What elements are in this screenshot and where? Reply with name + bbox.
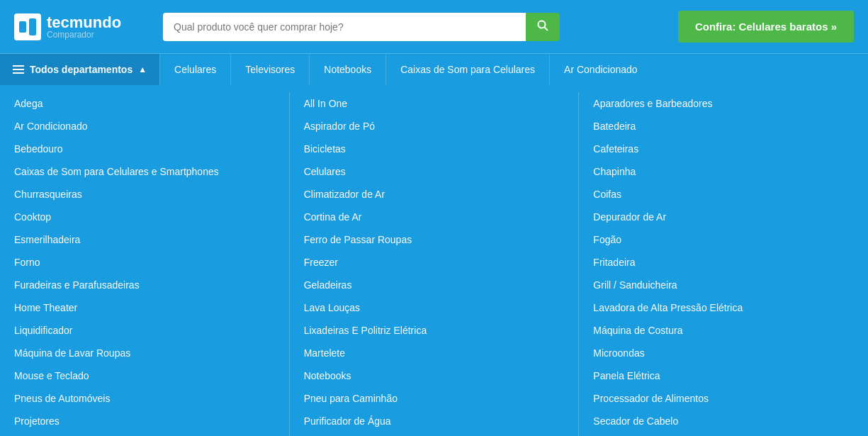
dropdown-item[interactable]: Liquidificador xyxy=(0,319,289,342)
nav-item-televisores[interactable]: Televisores xyxy=(230,54,309,85)
dropdown-item[interactable]: Freezer xyxy=(290,251,579,274)
dropdown-item[interactable]: Purificador de Água xyxy=(290,410,579,432)
logo-text: tecmundo Comparador xyxy=(47,15,121,39)
dropdown-item[interactable]: Esmerilhadeira xyxy=(0,228,289,251)
dropdown-item[interactable]: Secador de Cabelo xyxy=(579,410,868,432)
dropdown-item[interactable]: Notebooks xyxy=(290,364,579,387)
dropdown-item[interactable]: Batedeira xyxy=(579,115,868,138)
all-departments-button[interactable]: Todos departamentos ▲ xyxy=(0,54,159,85)
navbar: Todos departamentos ▲ Celulares Televiso… xyxy=(0,53,868,85)
logo-main: tecmundo xyxy=(47,15,121,30)
dropdown-item[interactable]: Máquina de Lavar Roupas xyxy=(0,342,289,364)
dropdown-item[interactable]: Forno xyxy=(0,251,289,274)
dropdown-item[interactable]: Cafeteiras xyxy=(579,138,868,160)
svg-line-4 xyxy=(545,27,548,30)
header: tecmundo Comparador Confira: Celulares b… xyxy=(0,0,868,53)
dropdown-item[interactable]: Pneus de Automóveis xyxy=(0,387,289,410)
dropdown-item[interactable]: Coifas xyxy=(579,183,868,206)
dropdown-item[interactable]: Geladeiras xyxy=(290,274,579,296)
dropdown-item[interactable]: Ferro de Passar Roupas xyxy=(290,228,579,251)
dropdown-item[interactable]: Mouse e Teclado xyxy=(0,364,289,387)
nav-item-caixas-de-som[interactable]: Caixas de Som para Celulares xyxy=(385,54,549,85)
nav-item-celulares[interactable]: Celulares xyxy=(159,54,230,85)
dropdown-item[interactable]: Bebedouro xyxy=(0,138,289,160)
search-input[interactable] xyxy=(163,13,526,41)
dropdown-item[interactable]: Caixas de Som para Celulares e Smartphon… xyxy=(0,160,289,183)
hamburger-icon xyxy=(13,65,24,74)
nav-item-ar-condicionado[interactable]: Ar Condicionado xyxy=(549,54,652,85)
dropdown-item[interactable]: Aspirador de Pó xyxy=(290,115,579,138)
dropdown-item[interactable]: All In One xyxy=(290,92,579,115)
svg-rect-1 xyxy=(29,18,36,35)
dropdown-item[interactable]: Cortina de Ar xyxy=(290,206,579,228)
search-icon xyxy=(537,20,548,31)
dropdown-item[interactable]: Máquina de Costura xyxy=(579,319,868,342)
dropdown-item[interactable]: TVs xyxy=(579,432,868,436)
dropdown-item[interactable]: Processador de Alimentos xyxy=(579,387,868,410)
nav-items: Celulares Televisores Notebooks Caixas d… xyxy=(159,54,868,85)
dropdown-item[interactable]: Secadora de Roupas xyxy=(0,432,289,436)
dropdown-item[interactable]: Furadeiras e Parafusadeiras xyxy=(0,274,289,296)
dropdown-item[interactable]: Churrasqueiras xyxy=(0,183,289,206)
nav-item-notebooks[interactable]: Notebooks xyxy=(309,54,385,85)
dropdown-column-0: AdegaAr CondicionadoBebedouroCaixas de S… xyxy=(0,92,290,436)
dropdown-item[interactable]: Tablet xyxy=(290,432,579,436)
dropdown-item[interactable]: Ar Condicionado xyxy=(0,115,289,138)
dropdown-item[interactable]: Microondas xyxy=(579,342,868,364)
dropdown-item[interactable]: Depurador de Ar xyxy=(579,206,868,228)
dropdown-item[interactable]: Panela Elétrica xyxy=(579,364,868,387)
search-button[interactable] xyxy=(526,13,560,41)
dropdown-item[interactable]: Projetores xyxy=(0,410,289,432)
dropdown-item[interactable]: Home Theater xyxy=(0,296,289,319)
dropdown-item[interactable]: Lava Louças xyxy=(290,296,579,319)
dropdown-item[interactable]: Martelete xyxy=(290,342,579,364)
dropdown-item[interactable]: Cooktop xyxy=(0,206,289,228)
dropdown-item[interactable]: Climatizador de Ar xyxy=(290,183,579,206)
logo-container: tecmundo Comparador xyxy=(14,13,149,40)
dropdown-item[interactable]: Fritadeira xyxy=(579,251,868,274)
dropdown-column-2: Aparadores e BarbeadoresBatedeiraCafetei… xyxy=(579,92,868,436)
dropdown-item[interactable]: Lavadora de Alta Pressão Elétrica xyxy=(579,296,868,319)
promo-button[interactable]: Confira: Celulares baratos » xyxy=(678,11,854,43)
dropdown-column-1: All In OneAspirador de PóBicicletasCelul… xyxy=(290,92,580,436)
svg-rect-0 xyxy=(19,21,26,33)
svg-point-3 xyxy=(539,21,546,28)
dropdown-item[interactable]: Chapinha xyxy=(579,160,868,183)
all-departments-label: Todos departamentos xyxy=(30,64,133,75)
search-container xyxy=(163,13,560,41)
dropdown-item[interactable]: Grill / Sanduicheira xyxy=(579,274,868,296)
logo-sub: Comparador xyxy=(47,30,121,39)
dropdown-item[interactable]: Fogão xyxy=(579,228,868,251)
chevron-up-icon: ▲ xyxy=(138,65,147,74)
dropdown-item[interactable]: Bicicletas xyxy=(290,138,579,160)
dropdown-item[interactable]: Adega xyxy=(0,92,289,115)
dropdown-item[interactable]: Aparadores e Barbeadores xyxy=(579,92,868,115)
logo-icon xyxy=(14,13,41,40)
dropdown-content: AdegaAr CondicionadoBebedouroCaixas de S… xyxy=(0,85,868,436)
dropdown-item[interactable]: Pneu para Caminhão xyxy=(290,387,579,410)
dropdown-item[interactable]: Lixadeiras E Politriz Elétrica xyxy=(290,319,579,342)
dropdown-item[interactable]: Celulares xyxy=(290,160,579,183)
